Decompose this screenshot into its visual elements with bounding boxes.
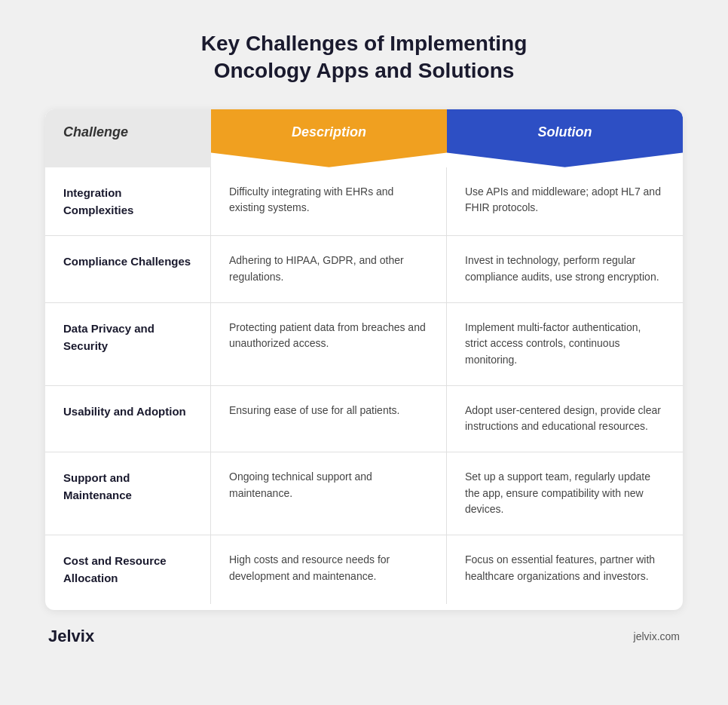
cell-solution-3: Adopt user-centered design, provide clea… [447,386,683,452]
cell-challenge-4: Support and Maintenance [45,452,211,535]
table-row: Integration Complexities Difficulty inte… [45,167,683,237]
table-row: Usability and Adoption Ensuring ease of … [45,386,683,452]
table-row: Compliance Challenges Adhering to HIPAA,… [45,236,683,302]
table-body: Integration Complexities Difficulty inte… [45,167,683,610]
main-table: Challenge Description Solution Integrati… [45,109,683,610]
footer-url: jelvix.com [634,630,680,642]
cell-solution-0: Use APIs and middleware; adopt HL7 and F… [447,167,683,236]
header-description: Description [211,109,447,167]
cell-challenge-2: Data Privacy and Security [45,303,211,385]
cell-challenge-1: Compliance Challenges [45,236,211,302]
cell-description-5: High costs and resource needs for develo… [211,535,447,604]
table-row: Data Privacy and Security Protecting pat… [45,303,683,386]
table-row: Support and Maintenance Ongoing technica… [45,452,683,535]
cell-solution-1: Invest in technology, perform regular co… [447,236,683,302]
header-challenge: Challenge [45,109,211,167]
cell-challenge-5: Cost and Resource Allocation [45,535,211,604]
page-title: Key Challenges of Implementing Oncology … [201,30,528,85]
cell-description-0: Difficulty integrating with EHRs and exi… [211,167,447,236]
cell-solution-2: Implement multi-factor authentication, s… [447,303,683,385]
table-row: Cost and Resource Allocation High costs … [45,535,683,604]
cell-solution-5: Focus on essential features, partner wit… [447,535,683,604]
cell-challenge-0: Integration Complexities [45,167,211,236]
table-header: Challenge Description Solution [45,109,683,167]
cell-description-2: Protecting patient data from breaches an… [211,303,447,385]
cell-description-3: Ensuring ease of use for all patients. [211,386,447,452]
cell-solution-4: Set up a support team, regularly update … [447,452,683,535]
brand-name: Jelvix [48,627,94,646]
footer: Jelvix jelvix.com [45,627,683,646]
cell-challenge-3: Usability and Adoption [45,386,211,452]
cell-description-1: Adhering to HIPAA, GDPR, and other regul… [211,236,447,302]
header-solution: Solution [447,109,683,167]
cell-description-4: Ongoing technical support and maintenanc… [211,452,447,535]
